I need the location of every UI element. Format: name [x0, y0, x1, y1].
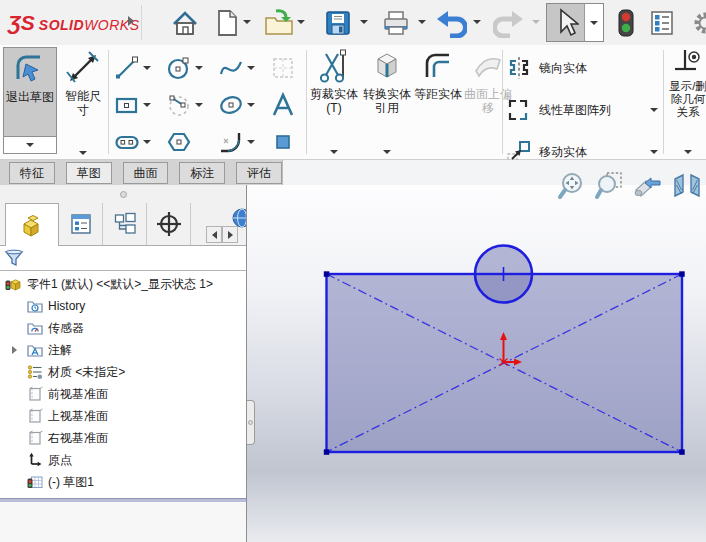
print-dropdown[interactable] — [418, 20, 426, 24]
sketch-canvas[interactable] — [247, 185, 706, 542]
linear-pattern-button[interactable]: 线性草图阵列 — [506, 95, 660, 125]
slot-tool[interactable] — [112, 123, 164, 160]
tree-item-material[interactable]: 材质 <未指定> — [0, 361, 246, 383]
exit-sketch-button[interactable]: 退出草图 — [3, 47, 57, 157]
display-relations-dropdown[interactable] — [684, 150, 692, 154]
tree-item-annotations[interactable]: 注解 — [0, 339, 246, 361]
rectangle-dropdown[interactable] — [143, 103, 151, 107]
scroll-right-icon — [228, 231, 233, 239]
select-tool-dropdown[interactable] — [585, 4, 603, 41]
tree-item-part-root[interactable]: 零件1 (默认) <<默认>_显示状态 1> — [0, 273, 246, 295]
redo-button[interactable] — [492, 6, 526, 40]
tab-dimxpert[interactable] — [147, 203, 191, 245]
circle-dropdown[interactable] — [195, 66, 203, 70]
print-icon — [381, 8, 411, 38]
tree-item-label: 注解 — [48, 342, 72, 359]
zoom-area-icon[interactable] — [594, 171, 624, 201]
smart-dimension-dropdown[interactable] — [79, 151, 87, 155]
select-tool-control[interactable] — [546, 3, 604, 42]
arc-tool[interactable] — [164, 86, 216, 123]
offset-entities-button[interactable]: 等距实体 — [414, 47, 462, 157]
panel-splitter-handle[interactable] — [247, 400, 255, 445]
rebuild-button[interactable] — [609, 6, 643, 40]
new-document-button[interactable] — [210, 6, 244, 40]
linear-pattern-dropdown[interactable] — [650, 108, 658, 112]
trim-entities-label: 剪裁实体(T) — [309, 87, 359, 115]
tree-item-label: History — [48, 299, 85, 313]
previous-view-icon[interactable] — [632, 171, 664, 201]
move-entities-dropdown[interactable] — [650, 150, 658, 154]
save-dropdown[interactable] — [360, 20, 368, 24]
smart-dimension-button[interactable]: 智能尺寸 — [60, 47, 106, 157]
tree-item-sensors[interactable]: 传感器 — [0, 317, 246, 339]
feature-tree-icon — [19, 212, 45, 238]
line-tool[interactable] — [112, 49, 164, 86]
tree-item-top-plane[interactable]: 上视基准面 — [0, 405, 246, 427]
material-icon — [27, 364, 43, 380]
tab-property-manager[interactable] — [59, 203, 103, 245]
trim-entities-button[interactable]: 剪裁实体(T) — [309, 47, 359, 157]
rectangle-tool[interactable] — [112, 86, 164, 123]
tab-surfaces[interactable]: 曲面 — [123, 162, 169, 184]
expand-arrow-icon[interactable] — [12, 346, 17, 354]
home-icon — [170, 8, 200, 38]
circle-tool[interactable] — [164, 49, 216, 86]
fillet-tool[interactable] — [216, 123, 268, 160]
splitter-grip-dot — [248, 420, 253, 425]
tab-features[interactable]: 特征 — [9, 162, 55, 184]
solidworks-logo: ƷSSOLIDWORKS — [8, 11, 140, 35]
select-tool-button[interactable] — [547, 4, 585, 41]
settings-gear-button[interactable] — [688, 6, 706, 40]
tab-annotations[interactable]: 标注 — [179, 162, 225, 184]
headsup-view-toolbar — [556, 171, 702, 201]
open-button[interactable] — [262, 6, 296, 40]
home-button[interactable] — [168, 6, 202, 40]
fillet-dropdown[interactable] — [247, 140, 255, 144]
sketch-icon — [27, 474, 43, 490]
tab-feature-tree[interactable] — [5, 203, 59, 246]
menu-expand-arrow-icon[interactable] — [128, 16, 134, 26]
tree-filter-input[interactable] — [24, 248, 246, 268]
slot-dropdown[interactable] — [143, 140, 151, 144]
display-relations-button[interactable]: 显示/删除几何关系 — [667, 47, 706, 157]
new-document-dropdown[interactable] — [243, 20, 251, 24]
tree-item-right-plane[interactable]: 右视基准面 — [0, 427, 246, 449]
spline-tool[interactable] — [216, 49, 268, 86]
feature-tree: 零件1 (默认) <<默认>_显示状态 1> History 传感器 注解 材质… — [0, 271, 246, 502]
tab-scroll-right-button[interactable] — [222, 226, 238, 243]
scroll-left-icon — [212, 231, 217, 239]
mirror-entities-button[interactable]: 镜向实体 — [506, 53, 660, 83]
save-button[interactable] — [321, 6, 355, 40]
zoom-fit-icon[interactable] — [556, 171, 586, 201]
ellipse-tool[interactable] — [216, 86, 268, 123]
polygon-tool[interactable] — [164, 123, 216, 160]
separator — [663, 50, 664, 154]
convert-dropdown[interactable] — [383, 150, 391, 154]
arc-dropdown[interactable] — [195, 103, 203, 107]
open-dropdown[interactable] — [297, 20, 305, 24]
convert-entities-button[interactable]: 转换实体引用 — [361, 47, 413, 157]
section-view-icon[interactable] — [672, 171, 702, 201]
tab-configuration-manager[interactable] — [103, 203, 147, 245]
panel-splitter-grip[interactable] — [0, 185, 246, 203]
tree-item-sketch1[interactable]: (-) 草图1 — [0, 471, 246, 493]
spline-icon — [218, 55, 244, 81]
tab-scroll-left-button[interactable] — [206, 226, 222, 243]
tab-evaluate[interactable]: 评估 — [236, 162, 282, 184]
exit-sketch-dropdown[interactable] — [3, 137, 57, 154]
options-list-button[interactable] — [645, 6, 679, 40]
tab-sketch[interactable]: 草图 — [66, 162, 112, 184]
ellipse-dropdown[interactable] — [247, 103, 255, 107]
undo-button[interactable] — [434, 6, 468, 40]
spline-dropdown[interactable] — [247, 66, 255, 70]
tree-item-origin[interactable]: 原点 — [0, 449, 246, 471]
line-dropdown[interactable] — [143, 66, 151, 70]
trim-dropdown[interactable] — [330, 150, 338, 154]
print-button[interactable] — [379, 6, 413, 40]
undo-dropdown[interactable] — [473, 20, 481, 24]
tree-item-history[interactable]: History — [0, 295, 246, 317]
graphics-viewport[interactable] — [247, 185, 706, 542]
tree-item-front-plane[interactable]: 前视基准面 — [0, 383, 246, 405]
redo-icon — [493, 8, 525, 38]
arc-icon — [166, 92, 192, 118]
